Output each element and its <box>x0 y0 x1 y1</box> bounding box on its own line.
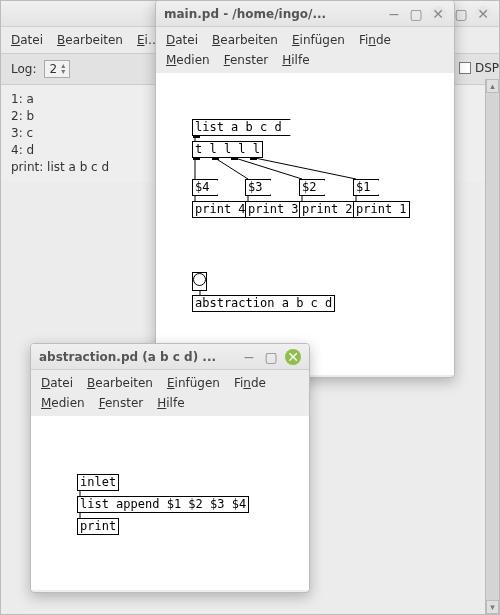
obj-print[interactable]: print <box>77 518 119 535</box>
msg-d4[interactable]: $4 <box>192 179 218 196</box>
outlet <box>212 157 219 160</box>
maximize-icon[interactable]: ▢ <box>453 6 469 22</box>
main-menubar-2: Medien Fenster Hilfe <box>156 53 454 73</box>
menu-einfuegen[interactable]: Einfügen <box>167 376 220 390</box>
obj-list-append[interactable]: list append $1 $2 $3 $4 <box>77 496 249 513</box>
menu-datei[interactable]: Datei <box>41 376 73 390</box>
svg-line-3 <box>235 158 302 179</box>
menu-hilfe[interactable]: Hilfe <box>282 53 309 67</box>
abstraction-window: abstraction.pd (a b c d) ... − ▢ ✕ Datei… <box>30 343 310 593</box>
svg-line-2 <box>215 158 248 179</box>
outlet <box>250 157 257 160</box>
obj-trigger[interactable]: t l l l l <box>192 141 263 158</box>
main-titlebar[interactable]: main.pd - /home/ingo/... − ▢ ✕ <box>156 1 454 27</box>
obj-print2[interactable]: print 2 <box>299 201 356 218</box>
dsp-label: DSP <box>475 61 499 75</box>
scroll-down-icon[interactable]: ▾ <box>486 600 499 614</box>
outlet <box>231 157 238 160</box>
bang-icon <box>193 273 206 286</box>
menu-medien[interactable]: Medien <box>166 53 210 67</box>
main-menubar-1: Datei Bearbeiten Einfügen Finde <box>156 27 454 53</box>
close-icon[interactable]: ✕ <box>475 6 491 22</box>
menu-bearbeiten[interactable]: Bearbeiten <box>212 33 278 47</box>
msg-d2[interactable]: $2 <box>299 179 325 196</box>
abs-canvas[interactable]: inlet list append $1 $2 $3 $4 print <box>31 416 309 590</box>
dsp-toggle[interactable]: DSP <box>459 57 499 79</box>
wire-layer <box>156 73 454 375</box>
outlet <box>193 157 200 160</box>
menu-einfuegen[interactable]: Einfügen <box>292 33 345 47</box>
log-label: Log: <box>11 62 36 76</box>
obj-abstraction[interactable]: abstraction a b c d <box>192 295 335 312</box>
menu-fenster[interactable]: Fenster <box>224 53 269 67</box>
menu-datei[interactable]: Datei <box>11 33 43 47</box>
menu-hilfe[interactable]: Hilfe <box>157 396 184 410</box>
menu-finde[interactable]: Finde <box>359 33 391 47</box>
console-scrollbar[interactable]: ▴ ▾ <box>485 79 499 614</box>
main-canvas[interactable]: list a b c d t l l l l $4 $3 $2 $1 print… <box>156 73 454 375</box>
menu-finde[interactable]: Finde <box>234 376 266 390</box>
menu-bearbeiten[interactable]: Bearbeiten <box>57 33 123 47</box>
obj-print4[interactable]: print 4 <box>192 201 249 218</box>
maximize-icon[interactable]: ▢ <box>263 349 279 365</box>
spinner-buttons[interactable]: ▴▾ <box>61 63 65 75</box>
close-icon[interactable]: ✕ <box>285 349 301 365</box>
msg-d1[interactable]: $1 <box>353 179 379 196</box>
log-value: 2 <box>49 62 57 76</box>
close-icon[interactable]: ✕ <box>430 6 446 22</box>
abs-title: abstraction.pd (a b c d) ... <box>39 350 235 364</box>
msg-list[interactable]: list a b c d <box>192 119 291 136</box>
abs-titlebar[interactable]: abstraction.pd (a b c d) ... − ▢ ✕ <box>31 344 309 370</box>
obj-bang[interactable] <box>192 272 207 291</box>
maximize-icon[interactable]: ▢ <box>408 6 424 22</box>
scroll-up-icon[interactable]: ▴ <box>486 79 499 93</box>
outlet <box>193 135 200 138</box>
abs-menubar-1: Datei Bearbeiten Einfügen Finde <box>31 370 309 396</box>
minimize-icon[interactable]: − <box>386 6 402 22</box>
abs-menubar-2: Medien Fenster Hilfe <box>31 396 309 416</box>
dsp-checkbox[interactable] <box>459 62 471 74</box>
svg-line-4 <box>255 158 356 179</box>
menu-datei[interactable]: Datei <box>166 33 198 47</box>
minimize-icon[interactable]: − <box>241 349 257 365</box>
main-title: main.pd - /home/ingo/... <box>164 7 380 21</box>
menu-medien[interactable]: Medien <box>41 396 85 410</box>
obj-print1[interactable]: print 1 <box>353 201 410 218</box>
log-spinner[interactable]: 2 ▴▾ <box>44 60 70 78</box>
obj-print3[interactable]: print 3 <box>245 201 302 218</box>
menu-bearbeiten[interactable]: Bearbeiten <box>87 376 153 390</box>
main-patch-window: main.pd - /home/ingo/... − ▢ ✕ Datei Bea… <box>155 0 455 378</box>
menu-fenster[interactable]: Fenster <box>99 396 144 410</box>
obj-inlet[interactable]: inlet <box>77 474 119 491</box>
msg-d3[interactable]: $3 <box>245 179 271 196</box>
